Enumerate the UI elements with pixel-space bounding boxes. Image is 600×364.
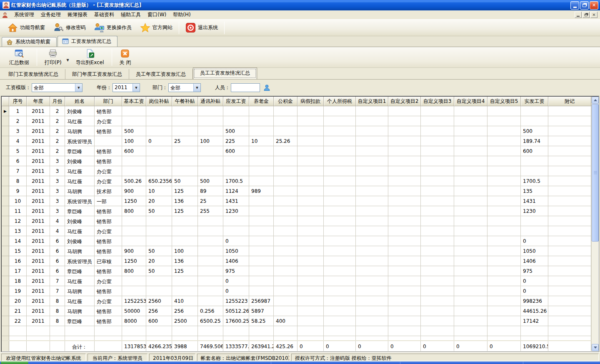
export-excel-button[interactable]: 导出到Excel (71, 48, 109, 67)
cell-dept[interactable]: 销售部 (95, 106, 122, 116)
cell-c5[interactable] (488, 126, 521, 136)
cell-pension[interactable]: 58.25 (249, 316, 274, 326)
table-row[interactable]: 1620116系统管理员已审核12502013614061406 (2, 256, 591, 266)
cell-payable[interactable]: 0 (223, 276, 249, 286)
cell-tax[interactable] (324, 286, 356, 296)
cell-sick[interactable] (298, 296, 324, 306)
cell-net[interactable]: 1230 (521, 206, 548, 216)
cell-c3[interactable] (421, 116, 454, 126)
cell-tax[interactable] (324, 316, 356, 326)
cell-tax[interactable] (324, 126, 356, 136)
mdi-restore-button[interactable] (582, 12, 590, 18)
cell-c5[interactable] (488, 256, 521, 266)
cell-c4[interactable] (454, 306, 488, 316)
cell-c2[interactable] (388, 226, 421, 236)
menu-reports[interactable]: 账簿报表 (64, 10, 91, 19)
column-header-note[interactable]: 附记 (548, 97, 591, 106)
cell-c4[interactable] (454, 316, 488, 326)
cell-base[interactable]: 100 (122, 136, 146, 146)
cell-month[interactable]: 4 (50, 226, 65, 236)
cell-year[interactable]: 2011 (27, 296, 50, 306)
cell-pension[interactable] (249, 246, 274, 256)
cell-sick[interactable] (298, 306, 324, 316)
cell-month[interactable]: 8 (50, 296, 65, 306)
cell-net[interactable] (521, 166, 548, 176)
cell-c3[interactable] (421, 156, 454, 166)
cell-sick[interactable] (298, 286, 324, 296)
cell-month[interactable]: 3 (50, 166, 65, 176)
nav-window-button[interactable]: 功能导航窗 (3, 21, 49, 35)
cell-lunch[interactable]: 125 (172, 266, 198, 276)
cell-c1[interactable] (356, 136, 388, 146)
menu-business[interactable]: 业务处理 (38, 10, 64, 19)
cell-sick[interactable] (298, 196, 324, 206)
cell-payable[interactable]: 1230 (223, 206, 249, 216)
cell-c2[interactable] (388, 186, 421, 196)
cell-fund[interactable]: 400 (274, 316, 298, 326)
cell-year[interactable]: 2011 (27, 256, 50, 266)
cell-lunch[interactable]: 136 (172, 256, 198, 266)
scroll-down-button[interactable] (592, 344, 599, 351)
cell-pension[interactable]: 5897 (249, 306, 274, 316)
cell-note[interactable] (548, 286, 591, 296)
cell-comm[interactable] (198, 276, 223, 286)
cell-c5[interactable] (488, 236, 521, 246)
cell-base[interactable]: 500.26 (122, 176, 146, 186)
cell-base[interactable]: 900 (122, 246, 146, 256)
cell-idx[interactable]: 16 (9, 256, 27, 266)
cell-c4[interactable] (454, 116, 488, 126)
table-row[interactable]: 1920117马胡腾销售部00 (2, 286, 591, 296)
exit-system-button[interactable]: 退出系统 (181, 21, 222, 35)
cell-base[interactable] (122, 286, 146, 296)
cell-lunch[interactable] (172, 276, 198, 286)
table-row[interactable]: 720113马红薇办公室 (2, 166, 591, 176)
table-row[interactable]: 1120113章巨峰销售部8005012525512301230 (2, 206, 591, 216)
cell-note[interactable] (548, 236, 591, 246)
cell-c2[interactable] (388, 116, 421, 126)
column-header-name[interactable]: 姓名 (65, 97, 95, 106)
cell-c2[interactable] (388, 176, 421, 186)
cell-c3[interactable] (421, 246, 454, 256)
cell-note[interactable] (548, 316, 591, 326)
cell-c2[interactable] (388, 286, 421, 296)
cell-dept[interactable]: 销售部 (95, 306, 122, 316)
column-header-c3[interactable]: 自定义项目3 (421, 97, 454, 106)
cell-c3[interactable] (421, 296, 454, 306)
cell-tax[interactable] (324, 116, 356, 126)
cell-payable[interactable]: 1406 (223, 256, 249, 266)
column-header-idx[interactable]: 序号 (9, 97, 27, 106)
cell-lunch[interactable] (172, 116, 198, 126)
cell-month[interactable]: 3 (50, 156, 65, 166)
cell-c3[interactable] (421, 306, 454, 316)
table-row[interactable]: 2120118马胡腾销售部500002562560.25650512.26589… (2, 306, 591, 316)
table-row[interactable]: 320112马胡腾销售部500500500 (2, 126, 591, 136)
mdi-close-button[interactable]: ✕ (590, 12, 598, 18)
cell-idx[interactable]: 4 (9, 136, 27, 146)
cell-note[interactable] (548, 166, 591, 176)
cell-idx[interactable]: 1 (9, 106, 27, 116)
cell-month[interactable]: 2 (50, 126, 65, 136)
cell-sick[interactable] (298, 216, 324, 226)
cell-year[interactable]: 2011 (27, 276, 50, 286)
tab-system-navigator[interactable]: 系统功能导航窗 (2, 37, 57, 47)
cell-pension[interactable] (249, 196, 274, 206)
column-header-comm[interactable]: 通讯补贴 (198, 97, 223, 106)
cell-post[interactable]: 0 (146, 136, 172, 146)
cell-c5[interactable] (488, 316, 521, 326)
table-row[interactable]: 2220118章巨峰销售部800060025006500.2517600.255… (2, 316, 591, 326)
cell-c1[interactable] (356, 166, 388, 176)
cell-note[interactable] (548, 246, 591, 256)
cell-c4[interactable] (454, 166, 488, 176)
cell-comm[interactable] (198, 166, 223, 176)
table-row[interactable]: 2020118马红薇办公室125225325604101255223256987… (2, 296, 591, 306)
cell-dept[interactable]: 办公室 (95, 166, 122, 176)
cell-note[interactable] (548, 206, 591, 216)
cell-comm[interactable]: 25 (198, 196, 223, 206)
table-row[interactable]: ▶120112刘俊峰销售部 (2, 106, 591, 116)
cell-note[interactable] (548, 116, 591, 126)
cell-payable[interactable] (223, 166, 249, 176)
cell-pension[interactable] (249, 166, 274, 176)
cell-post[interactable]: 20 (146, 196, 172, 206)
cell-pension[interactable] (249, 126, 274, 136)
cell-comm[interactable] (198, 266, 223, 276)
